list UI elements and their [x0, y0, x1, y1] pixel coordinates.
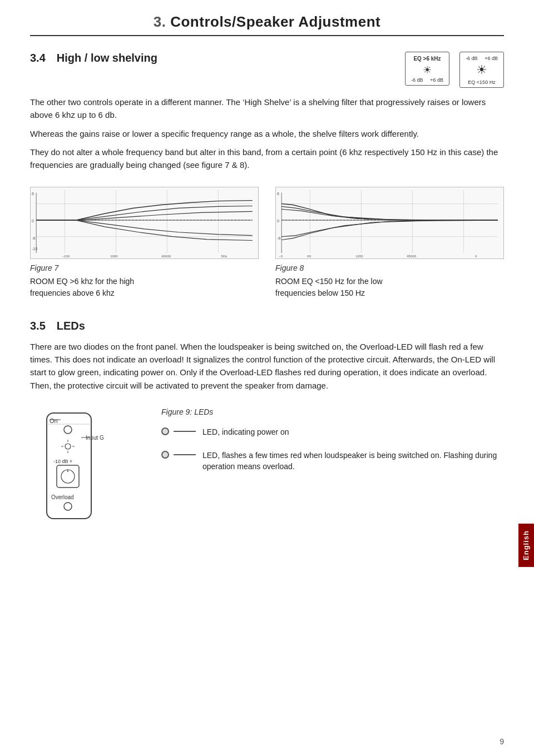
svg-text:4: 4	[475, 255, 477, 258]
figure-7-desc: ROOM EQ >6 khz for the high frequencies …	[30, 276, 134, 299]
section-34-title-block: 3.4 High / low shelving	[30, 52, 394, 73]
svg-text:-6: -6	[32, 236, 35, 240]
eq-icon-low: -6 dB +6 dB ☀ EQ <150 Hz	[459, 52, 504, 88]
led-2-line	[174, 454, 196, 455]
figure-7-svg: 6 0 -6 -10 ~100 1000 40000 5Hz	[31, 187, 258, 258]
svg-text:1000: 1000	[110, 255, 118, 258]
figure-8-graph: 6 0 -6 ~0 60 1200 45000 4	[275, 187, 504, 259]
svg-point-40	[65, 444, 71, 449]
svg-text:6: 6	[32, 192, 34, 196]
svg-text:1200: 1200	[355, 255, 363, 258]
section-34-heading-row: 3.4 High / low shelving EQ >6 kHz ☀ -6 d…	[30, 52, 504, 88]
section-35: 3.5 LEDs There are two diodes on the fro…	[30, 320, 504, 392]
led-2-item: LED, flashes a few times red when loudsp…	[161, 450, 504, 472]
led-1-circle	[161, 427, 169, 435]
figure-7-graph: 6 0 -6 -10 ~100 1000 40000 5Hz	[30, 187, 259, 259]
svg-text:Overload: Overload	[51, 494, 74, 500]
led-2-text: LED, flashes a few times red when loudsp…	[202, 450, 504, 472]
page-title: 3. Controls/Speaker Adjustment	[30, 13, 504, 31]
svg-text:~0: ~0	[279, 255, 283, 258]
section-35-title: LEDs	[57, 320, 85, 332]
figure-8-block: 6 0 -6 ~0 60 1200 45000 4 Figure 8 ROOM …	[275, 187, 504, 299]
svg-point-50	[64, 503, 72, 510]
svg-text:60: 60	[307, 255, 311, 258]
led-2-circle	[161, 451, 169, 459]
section-34-number: 3.4	[30, 52, 46, 64]
led-diagram: On Input G -10 dB + Ove	[30, 407, 141, 531]
figure-8-caption: Figure 8	[275, 263, 304, 272]
section-34-para3: They do not alter a whole frequency band…	[30, 146, 504, 172]
eq-high-db: -6 dB +6 dB	[411, 77, 443, 83]
svg-text:~100: ~100	[62, 255, 70, 258]
svg-text:-10: -10	[32, 247, 37, 251]
svg-text:-10 dB +: -10 dB +	[53, 459, 72, 464]
section-34-para1: The other two controls operate in a diff…	[30, 96, 504, 122]
figure-9-caption: Figure 9: LEDs	[161, 407, 504, 416]
figures-row: 6 0 -6 -10 ~100 1000 40000 5Hz Figure 7 …	[30, 187, 504, 299]
led-area: On Input G -10 dB + Ove	[30, 407, 504, 531]
section-35-number: 3.5	[30, 320, 46, 332]
figure-7-block: 6 0 -6 -10 ~100 1000 40000 5Hz Figure 7 …	[30, 187, 259, 299]
svg-text:-6: -6	[277, 236, 280, 240]
figure-8-svg: 6 0 -6 ~0 60 1200 45000 4	[276, 187, 503, 258]
led-info: Figure 9: LEDs LED, indicating power on …	[161, 407, 504, 485]
eq-icon-high: EQ >6 kHz ☀ -6 dB +6 dB	[405, 52, 449, 86]
led-diagram-svg: On Input G -10 dB + Ove	[30, 407, 141, 530]
led-1-item: LED, indicating power on	[161, 426, 504, 437]
svg-point-37	[64, 426, 72, 434]
svg-text:0: 0	[277, 219, 279, 223]
section-34-para2: Whereas the gains raise or lower a speci…	[30, 127, 504, 140]
page-header: 3. Controls/Speaker Adjustment	[30, 0, 504, 36]
page-number: 9	[500, 737, 504, 746]
page-container: 3. Controls/Speaker Adjustment 3.4 High …	[0, 0, 534, 756]
sun-icon-low: ☀	[476, 63, 487, 77]
section-34-title: High / low shelving	[57, 52, 157, 64]
eq-high-label: EQ >6 kHz	[413, 56, 441, 62]
section-35-para1: There are two diodes on the front panel.…	[30, 340, 504, 392]
svg-text:45000: 45000	[407, 255, 417, 258]
svg-text:5Hz: 5Hz	[221, 255, 228, 258]
figure-8-desc: ROOM EQ <150 Hz for the low frequencies …	[275, 276, 383, 299]
svg-text:0: 0	[32, 219, 34, 223]
svg-rect-46	[57, 465, 79, 488]
sun-icon-high: ☀	[423, 64, 432, 76]
eq-low-db-top: -6 dB +6 dB	[466, 56, 498, 61]
eq-icons-row: EQ >6 kHz ☀ -6 dB +6 dB -6 dB +6 dB ☀ EQ…	[405, 52, 504, 88]
svg-text:40000: 40000	[161, 255, 171, 258]
figure-7-caption: Figure 7	[30, 263, 58, 272]
led-1-text: LED, indicating power on	[202, 426, 289, 437]
svg-text:On: On	[50, 417, 58, 424]
svg-text:6: 6	[277, 192, 279, 196]
eq-low-label: EQ <150 Hz	[468, 79, 495, 85]
led-1-line	[174, 431, 196, 432]
english-tab: English	[518, 524, 534, 567]
